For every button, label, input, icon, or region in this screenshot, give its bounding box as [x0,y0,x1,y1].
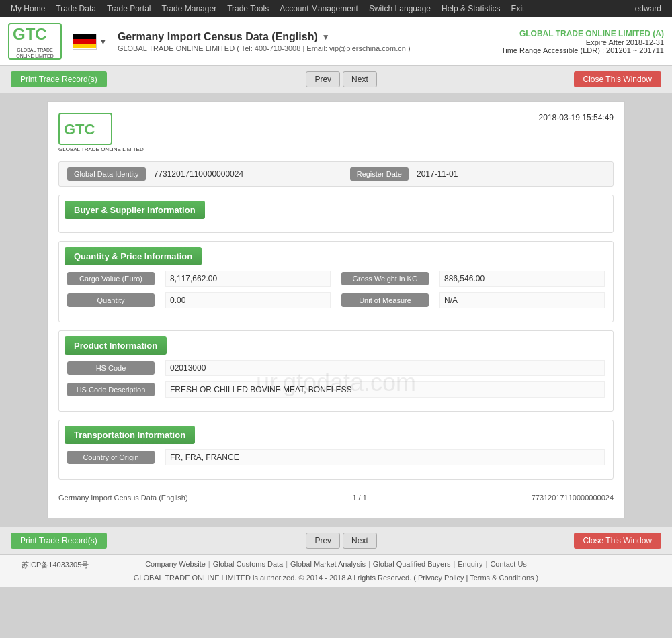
flag-dropdown-arrow[interactable]: ▼ [99,38,107,46]
main-content: GTC GLOBAL TRADE ONLINE LIMITED 2018-03-… [0,93,672,527]
transportation-header: Transportation Information [65,426,195,444]
title-dropdown-arrow[interactable]: ▼ [322,32,330,42]
buyer-supplier-body [59,219,613,232]
record-header: GTC GLOBAL TRADE ONLINE LIMITED 2018-03-… [58,113,614,153]
record-footer-page: 1 / 1 [352,494,366,502]
register-date-value: 2017-11-01 [417,169,605,179]
footer-link-company-website[interactable]: Company Website [145,560,206,568]
record-footer-title: Germany Import Census Data (English) [58,494,188,502]
product-header: Product Information [65,336,167,355]
record-logo-sub: GLOBAL TRADE ONLINE LIMITED [58,146,144,153]
gross-weight-label: Gross Weight in KG [341,272,429,285]
nav-trade-manager[interactable]: Trade Manager [157,0,222,17]
close-button-bottom[interactable]: Close This Window [574,533,661,549]
cargo-value-label: Cargo Value (Euro) [67,272,155,285]
footer-link-enquiry[interactable]: Enquiry [458,560,482,568]
bottom-action-bar: Print Trade Record(s) Prev Next Close Th… [0,527,672,554]
quantity-label: Quantity [67,293,155,307]
hs-code-description-label: HS Code Description [67,383,155,396]
nav-switch-language[interactable]: Switch Language [364,0,436,17]
footer-link-contact-us[interactable]: Contact Us [490,560,526,568]
global-data-identity-value: 77312017110000000024 [154,169,342,179]
page-header: GTC GLOBAL TRADE ONLINE LIMITED ▼ German… [0,17,672,66]
footer-link-customs-data[interactable]: Global Customs Data [213,560,284,568]
nav-trade-tools[interactable]: Trade Tools [222,0,274,17]
hs-code-label: HS Code [67,361,155,375]
close-button-top[interactable]: Close This Window [574,71,661,87]
hs-code-value: 02013000 [165,360,605,376]
print-button-top[interactable]: Print Trade Record(s) [11,71,107,87]
record-logo: GTC GLOBAL TRADE ONLINE LIMITED [58,113,144,153]
page-footer: 苏ICP备14033305号 Company Website | Global … [0,554,672,587]
buyer-supplier-header: Buyer & Supplier Information [65,201,205,219]
record-footer: Germany Import Census Data (English) 1 /… [58,488,614,507]
current-user: edward [630,4,667,13]
quantity-price-body: Cargo Value (Euro) 8,117,662.00 Gross We… [59,265,613,322]
top-navigation: My Home Trade Data Trade Portal Trade Ma… [0,0,672,17]
country-of-origin-value: FR, FRA, FRANCE [165,449,605,465]
logo-text: GTC [11,24,58,48]
next-button-top[interactable]: Next [343,71,377,87]
expire-date: Expire After 2018-12-31 [501,38,664,46]
prev-button-top[interactable]: Prev [306,71,340,87]
nav-account-management[interactable]: Account Management [274,0,364,17]
gross-weight-value: 886,546.00 [439,271,605,287]
footer-link-qualified-buyers[interactable]: Global Qualified Buyers [373,560,451,568]
navigation-buttons-top: Prev Next [303,71,376,87]
transportation-section: Transportation Information Country of Or… [58,420,614,480]
logo-subtitle: GLOBAL TRADE ONLINE LIMITED [11,48,59,59]
cargo-value-row: Cargo Value (Euro) 8,117,662.00 Gross We… [67,271,605,287]
hs-code-description-value: FRESH OR CHILLED BOVINE MEAT, BONELESS [165,381,605,398]
product-body: ur.gtodata.com HS Code 02013000 HS Code … [59,355,613,411]
time-range: Time Range Accessible (LDR) : 201201 ~ 2… [501,46,664,54]
footer-sep-5: | [486,560,488,568]
footer-sep-3: | [368,560,370,568]
quantity-row: Quantity 0.00 Unit of Measure N/A [67,292,605,308]
nav-trade-data[interactable]: Trade Data [50,0,101,17]
logo-area: GTC GLOBAL TRADE ONLINE LIMITED [8,23,62,60]
hs-code-description-row: HS Code Description FRESH OR CHILLED BOV… [67,381,605,398]
record-footer-id: 77312017110000000024 [532,494,614,502]
print-button-bottom[interactable]: Print Trade Record(s) [11,533,107,549]
nav-exit[interactable]: Exit [505,0,530,17]
cargo-value-value: 8,117,662.00 [165,271,331,287]
identity-row: Global Data Identity 7731201711000000002… [58,161,614,187]
record-logo-box: GTC [58,113,112,145]
svg-text:GTC: GTC [13,25,47,43]
icp-number: 苏ICP备14033305号 [22,560,89,570]
footer-sep-1: | [208,560,210,568]
page-subtitle: GLOBAL TRADE ONLINE LIMITED ( Tel: 400-7… [118,44,501,52]
footer-top: 苏ICP备14033305号 Company Website | Global … [11,560,661,571]
top-action-bar: Print Trade Record(s) Prev Next Close Th… [0,66,672,93]
global-data-identity-label: Global Data Identity [67,167,146,181]
language-flag-area[interactable]: ▼ [73,34,107,50]
nav-trade-portal[interactable]: Trade Portal [101,0,157,17]
german-flag [73,34,97,50]
record-timestamp: 2018-03-19 15:54:49 [539,113,614,122]
quantity-price-header: Quantity & Price Information [65,247,202,265]
unit-of-measure-value: N/A [439,292,605,308]
footer-sep-2: | [286,560,288,568]
quantity-price-section: Quantity & Price Information Cargo Value… [58,241,614,322]
buyer-supplier-section: Buyer & Supplier Information [58,195,614,233]
page-title: Germany Import Census Data (English) ▼ [118,31,501,43]
footer-link-market-analysis[interactable]: Global Market Analysis [290,560,366,568]
footer-links: Company Website | Global Customs Data | … [145,560,527,568]
next-button-bottom[interactable]: Next [343,533,377,549]
footer-copyright: GLOBAL TRADE ONLINE LIMITED is authorize… [11,574,661,582]
nav-my-home[interactable]: My Home [5,0,50,17]
footer-sep-4: | [453,560,455,568]
nav-help-statistics[interactable]: Help & Statistics [436,0,505,17]
country-of-origin-row: Country of Origin FR, FRA, FRANCE [67,449,605,465]
transportation-body: Country of Origin FR, FRA, FRANCE [59,444,613,479]
svg-text:GTC: GTC [64,121,95,138]
quantity-value: 0.00 [165,292,331,308]
header-right: GLOBAL TRADE ONLINE LIMITED (A) Expire A… [501,29,664,54]
record-container: GTC GLOBAL TRADE ONLINE LIMITED 2018-03-… [47,101,625,518]
unit-of-measure-label: Unit of Measure [341,293,429,307]
page-title-area: Germany Import Census Data (English) ▼ G… [118,31,501,52]
prev-button-bottom[interactable]: Prev [306,533,340,549]
hs-code-row: HS Code 02013000 [67,360,605,376]
navigation-buttons-bottom: Prev Next [303,533,376,549]
register-date-label: Register Date [350,167,409,181]
